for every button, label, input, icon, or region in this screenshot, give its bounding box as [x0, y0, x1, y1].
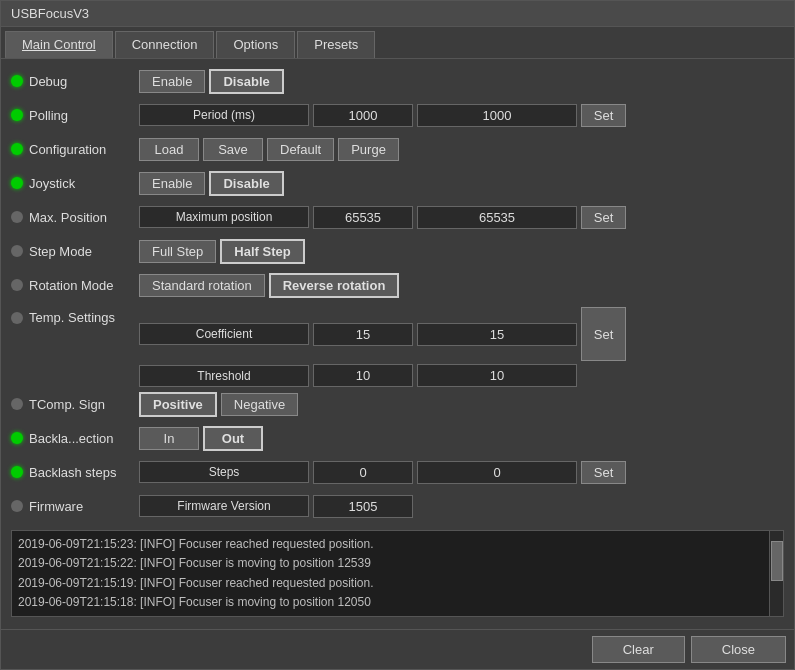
configuration-load-button[interactable]: Load [139, 138, 199, 161]
polling-label: Polling [29, 108, 139, 123]
rotation-mode-label: Rotation Mode [29, 278, 139, 293]
temp-settings-controls: Coefficient 15 15 Set Threshold 10 10 [139, 307, 784, 387]
main-content: Debug Enable Disable Polling Period (ms)… [1, 59, 794, 629]
backlash-steps-value1[interactable]: 0 [313, 461, 413, 484]
debug-led [11, 75, 23, 87]
polling-led [11, 109, 23, 121]
max-position-label: Max. Position [29, 210, 139, 225]
backlash-row: Backla...ection In Out [11, 424, 784, 452]
rotation-mode-led [11, 279, 23, 291]
clear-button[interactable]: Clear [592, 636, 685, 663]
max-position-controls: Maximum position 65535 65535 Set [139, 206, 784, 229]
backlash-steps-set-button[interactable]: Set [581, 461, 626, 484]
firmware-led [11, 500, 23, 512]
firmware-controls: Firmware Version 1505 [139, 495, 784, 518]
max-position-row: Max. Position Maximum position 65535 655… [11, 203, 784, 231]
tab-presets[interactable]: Presets [297, 31, 375, 58]
polling-row: Polling Period (ms) 1000 1000 Set [11, 101, 784, 129]
tab-main-control[interactable]: Main Control [5, 31, 113, 58]
main-window: USBFocusV3 Main Control Connection Optio… [0, 0, 795, 670]
bottom-bar: Clear Close [1, 629, 794, 669]
window-title: USBFocusV3 [11, 6, 89, 21]
standard-rotation-button[interactable]: Standard rotation [139, 274, 265, 297]
firmware-label: Firmware [29, 499, 139, 514]
tab-connection[interactable]: Connection [115, 31, 215, 58]
backlash-steps-label: Backlash steps [29, 465, 139, 480]
temp-set-button[interactable]: Set [581, 307, 626, 361]
log-content: 2019-06-09T21:15:23: [INFO] Focuser reac… [12, 531, 769, 616]
temp-threshold-row: Threshold 10 10 [139, 364, 577, 387]
step-mode-led [11, 245, 23, 257]
polling-controls: Period (ms) 1000 1000 Set [139, 104, 784, 127]
close-button[interactable]: Close [691, 636, 786, 663]
joystick-controls: Enable Disable [139, 171, 784, 196]
firmware-field-label: Firmware Version [139, 495, 309, 517]
log-scrollbar-thumb[interactable] [771, 541, 783, 581]
tcomp-sign-label: TComp. Sign [29, 397, 139, 412]
tcomp-sign-led [11, 398, 23, 410]
tcomp-sign-row: TComp. Sign Positive Negative [11, 390, 784, 418]
configuration-controls: Load Save Default Purge [139, 138, 784, 161]
firmware-value: 1505 [313, 495, 413, 518]
configuration-save-button[interactable]: Save [203, 138, 263, 161]
debug-enable-button[interactable]: Enable [139, 70, 205, 93]
polling-value1[interactable]: 1000 [313, 104, 413, 127]
max-position-field-label: Maximum position [139, 206, 309, 228]
threshold-value1[interactable]: 10 [313, 364, 413, 387]
backlash-led [11, 432, 23, 444]
backlash-in-button[interactable]: In [139, 427, 199, 450]
polling-value2[interactable]: 1000 [417, 104, 577, 127]
log-line-1: 2019-06-09T21:15:23: [INFO] Focuser reac… [18, 535, 763, 554]
max-position-led [11, 211, 23, 223]
debug-controls: Enable Disable [139, 69, 784, 94]
tab-bar: Main Control Connection Options Presets [1, 27, 794, 59]
backlash-steps-value2[interactable]: 0 [417, 461, 577, 484]
half-step-button[interactable]: Half Step [220, 239, 304, 264]
temp-coeff-row: Coefficient 15 15 Set [139, 307, 626, 361]
joystick-disable-button[interactable]: Disable [209, 171, 283, 196]
max-position-value1[interactable]: 65535 [313, 206, 413, 229]
backlash-out-button[interactable]: Out [203, 426, 263, 451]
reverse-rotation-button[interactable]: Reverse rotation [269, 273, 400, 298]
max-position-value2[interactable]: 65535 [417, 206, 577, 229]
temp-settings-label: Temp. Settings [29, 307, 139, 325]
threshold-field-label: Threshold [139, 365, 309, 387]
step-mode-row: Step Mode Full Step Half Step [11, 237, 784, 265]
negative-button[interactable]: Negative [221, 393, 298, 416]
step-mode-controls: Full Step Half Step [139, 239, 784, 264]
step-mode-label: Step Mode [29, 244, 139, 259]
tab-options[interactable]: Options [216, 31, 295, 58]
joystick-enable-button[interactable]: Enable [139, 172, 205, 195]
coeff-value1[interactable]: 15 [313, 323, 413, 346]
polling-field-label: Period (ms) [139, 104, 309, 126]
rotation-mode-row: Rotation Mode Standard rotation Reverse … [11, 271, 784, 299]
polling-set-button[interactable]: Set [581, 104, 626, 127]
max-position-set-button[interactable]: Set [581, 206, 626, 229]
log-scrollbar[interactable] [769, 531, 783, 616]
log-line-4: 2019-06-09T21:15:18: [INFO] Focuser is m… [18, 593, 763, 612]
joystick-label: Joystick [29, 176, 139, 191]
configuration-default-button[interactable]: Default [267, 138, 334, 161]
debug-row: Debug Enable Disable [11, 67, 784, 95]
backlash-steps-led [11, 466, 23, 478]
log-line-3: 2019-06-09T21:15:19: [INFO] Focuser reac… [18, 574, 763, 593]
log-line-2: 2019-06-09T21:15:22: [INFO] Focuser is m… [18, 554, 763, 573]
backlash-steps-row: Backlash steps Steps 0 0 Set [11, 458, 784, 486]
configuration-purge-button[interactable]: Purge [338, 138, 399, 161]
joystick-row: Joystick Enable Disable [11, 169, 784, 197]
debug-disable-button[interactable]: Disable [209, 69, 283, 94]
configuration-led [11, 143, 23, 155]
tcomp-sign-controls: Positive Negative [139, 392, 784, 417]
debug-label: Debug [29, 74, 139, 89]
positive-button[interactable]: Positive [139, 392, 217, 417]
title-bar: USBFocusV3 [1, 1, 794, 27]
full-step-button[interactable]: Full Step [139, 240, 216, 263]
coeff-field-label: Coefficient [139, 323, 309, 345]
coeff-value2[interactable]: 15 [417, 323, 577, 346]
threshold-value2[interactable]: 10 [417, 364, 577, 387]
log-wrapper: 2019-06-09T21:15:23: [INFO] Focuser reac… [11, 530, 784, 617]
temp-settings-row: Temp. Settings Coefficient 15 15 Set Thr… [11, 305, 784, 384]
configuration-row: Configuration Load Save Default Purge [11, 135, 784, 163]
configuration-label: Configuration [29, 142, 139, 157]
rotation-mode-controls: Standard rotation Reverse rotation [139, 273, 784, 298]
